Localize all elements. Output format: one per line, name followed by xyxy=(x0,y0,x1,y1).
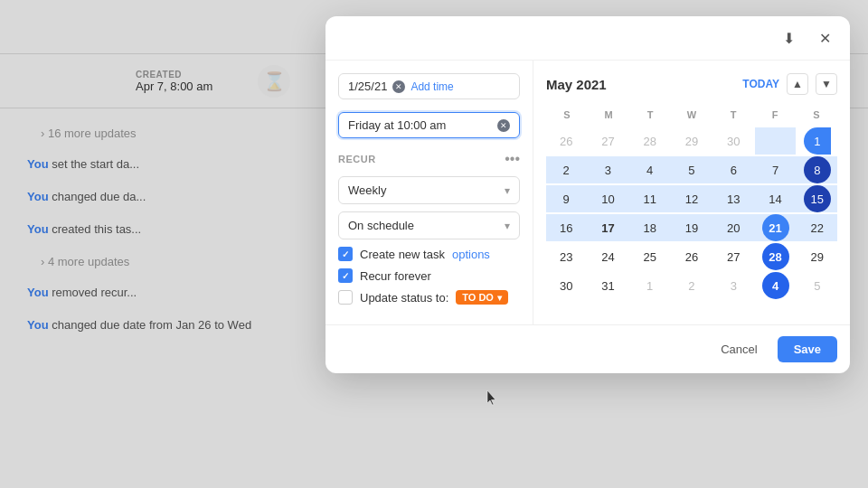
calendar-panel: May 2021 TODAY ▲ ▼ S M T W T F S xyxy=(533,61,850,324)
next-month-button[interactable]: ▼ xyxy=(816,73,837,95)
due-date-field[interactable]: Friday at 10:00 am ✕ xyxy=(338,112,520,138)
create-task-checkbox[interactable]: ✓ xyxy=(338,247,353,261)
calendar-week-6: 30 31 1 2 3 4 5 xyxy=(546,272,837,299)
cal-day-6[interactable]: 6 xyxy=(720,156,747,183)
cal-day-21[interactable]: 21 xyxy=(762,214,789,241)
todo-label: TO DO xyxy=(462,292,494,303)
calendar-day-labels: S M T W T F S xyxy=(546,106,837,124)
cal-day-12[interactable]: 12 xyxy=(678,185,705,212)
create-task-label: Create new task xyxy=(360,248,445,261)
cal-day-24[interactable]: 24 xyxy=(594,243,621,270)
calendar-week-2: 2 3 4 5 6 7 8 xyxy=(546,156,837,183)
cal-day-8[interactable]: 8 xyxy=(804,156,831,183)
cal-day-23[interactable]: 23 xyxy=(552,243,580,270)
status-chevron: ▾ xyxy=(497,293,502,303)
recur-forever-row: ✓ Recur forever xyxy=(338,268,520,283)
cal-day-prev-26[interactable]: 26 xyxy=(552,127,580,155)
calendar-nav: TODAY ▲ ▼ xyxy=(742,73,837,95)
calendar-header: May 2021 TODAY ▲ ▼ xyxy=(546,73,837,95)
cal-day-10[interactable]: 10 xyxy=(594,185,621,212)
calendar-weeks: 26 27 28 29 30 1 2 3 4 5 6 xyxy=(546,127,837,299)
left-panel: 1/25/21 ✕ Add time Friday at 10:00 am ✕ … xyxy=(326,61,533,324)
recur-schedule-select[interactable]: On schedule ▾ xyxy=(338,211,520,239)
cal-day-prev-28[interactable]: 28 xyxy=(637,127,664,155)
cal-day-22[interactable]: 22 xyxy=(804,214,831,241)
recur-frequency-select[interactable]: Weekly ▾ xyxy=(338,176,520,204)
due-date-clear[interactable]: ✕ xyxy=(497,119,510,132)
cal-day-14[interactable]: 14 xyxy=(762,185,789,212)
cal-day-15[interactable]: 15 xyxy=(804,185,831,212)
frequency-chevron: ▾ xyxy=(505,184,510,197)
dialog-body: 1/25/21 ✕ Add time Friday at 10:00 am ✕ … xyxy=(326,61,850,324)
update-status-row: Update status to: TO DO ▾ xyxy=(338,290,520,305)
recur-header: RECUR ••• xyxy=(338,151,520,167)
update-status-label: Update status to: xyxy=(360,291,448,305)
day-mon: M xyxy=(588,106,629,124)
cal-day-11[interactable]: 11 xyxy=(637,185,664,212)
day-tue: T xyxy=(629,106,671,124)
status-badge[interactable]: TO DO ▾ xyxy=(456,290,508,305)
dialog-close-button[interactable]: ✕ xyxy=(810,23,839,52)
cal-day-1[interactable]: 1 xyxy=(804,127,831,155)
cal-day-next-5[interactable]: 5 xyxy=(804,272,831,299)
calendar-week-1: 26 27 28 29 30 1 xyxy=(546,127,837,155)
schedule-chevron: ▾ xyxy=(505,220,510,232)
cal-day-5[interactable]: 5 xyxy=(678,156,705,183)
cal-day-13[interactable]: 13 xyxy=(720,185,747,212)
schedule-value: On schedule xyxy=(348,219,414,232)
options-link[interactable]: options xyxy=(452,248,490,261)
dialog-footer: Cancel Save xyxy=(326,324,850,373)
cal-day-25[interactable]: 25 xyxy=(637,243,664,270)
day-fri: F xyxy=(754,106,796,124)
start-date-value: 1/25/21 xyxy=(348,80,387,93)
cal-day-next-3[interactable]: 3 xyxy=(720,272,747,299)
create-task-row: ✓ Create new task options xyxy=(338,247,520,261)
cal-day-3[interactable]: 3 xyxy=(594,156,621,183)
cal-day-next-2[interactable]: 2 xyxy=(678,272,705,299)
cal-day-prev-29[interactable]: 29 xyxy=(678,127,705,155)
date-inputs-row: 1/25/21 ✕ Add time xyxy=(338,73,520,99)
cal-day-4[interactable]: 4 xyxy=(637,156,664,183)
calendar-grid: S M T W T F S 26 27 28 29 30 xyxy=(546,106,837,299)
save-button[interactable]: Save xyxy=(778,336,837,362)
cal-day-20[interactable]: 20 xyxy=(720,214,747,241)
cal-day-9[interactable]: 9 xyxy=(552,185,580,212)
cal-day-17[interactable]: 17 xyxy=(594,214,621,241)
cal-day-30[interactable]: 30 xyxy=(552,272,580,299)
cancel-button[interactable]: Cancel xyxy=(710,337,768,361)
cal-day-2[interactable]: 2 xyxy=(552,156,580,183)
recur-dialog: ⬇ ✕ 1/25/21 ✕ Add time Friday at 10:00 a… xyxy=(326,16,850,373)
calendar-week-3: 9 10 11 12 13 14 15 xyxy=(546,185,837,212)
recur-forever-label: Recur forever xyxy=(360,269,431,283)
cal-day-31[interactable]: 31 xyxy=(594,272,621,299)
cal-day-26[interactable]: 26 xyxy=(678,243,705,270)
start-date-clear[interactable]: ✕ xyxy=(392,80,405,93)
cal-day-prev-30[interactable]: 30 xyxy=(720,127,747,155)
start-date-field[interactable]: 1/25/21 ✕ Add time xyxy=(338,73,520,99)
cal-day-next-1[interactable]: 1 xyxy=(637,272,664,299)
cal-day-18[interactable]: 18 xyxy=(637,214,664,241)
calendar-week-5: 23 24 25 26 27 28 29 xyxy=(546,243,837,270)
day-sat: S xyxy=(796,106,837,124)
frequency-value: Weekly xyxy=(348,183,386,197)
dialog-header: ⬇ ✕ xyxy=(326,16,850,61)
add-time-link[interactable]: Add time xyxy=(410,80,453,93)
cal-day-28[interactable]: 28 xyxy=(762,243,789,270)
update-status-checkbox[interactable] xyxy=(338,290,353,305)
cal-day-27[interactable]: 27 xyxy=(720,243,747,270)
day-wed: W xyxy=(671,106,712,124)
cal-day-16[interactable]: 16 xyxy=(552,214,580,241)
day-sun: S xyxy=(546,106,588,124)
recur-menu-button[interactable]: ••• xyxy=(505,151,520,167)
prev-month-button[interactable]: ▲ xyxy=(787,73,808,95)
cal-day-prev-27[interactable]: 27 xyxy=(594,127,621,155)
dialog-download-button[interactable]: ⬇ xyxy=(774,23,803,52)
cal-day-empty xyxy=(755,127,795,155)
calendar-month: May 2021 xyxy=(546,77,607,92)
today-button[interactable]: TODAY xyxy=(742,78,779,90)
cal-day-next-4[interactable]: 4 xyxy=(762,272,789,299)
cal-day-19[interactable]: 19 xyxy=(678,214,705,241)
cal-day-7[interactable]: 7 xyxy=(762,156,789,183)
recur-forever-checkbox[interactable]: ✓ xyxy=(338,268,353,283)
cal-day-29[interactable]: 29 xyxy=(804,243,831,270)
